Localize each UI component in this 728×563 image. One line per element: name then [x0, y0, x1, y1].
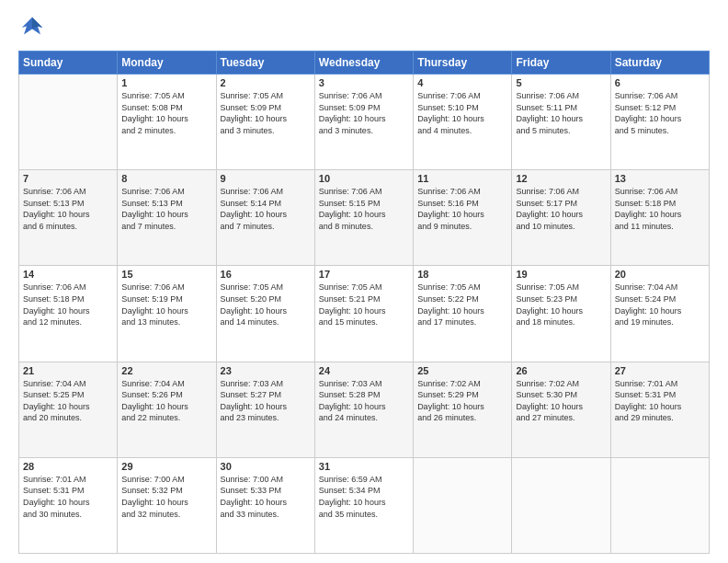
- calendar-cell: 4Sunrise: 7:06 AM Sunset: 5:10 PM Daylig…: [414, 75, 512, 170]
- day-header-sunday: Sunday: [19, 52, 118, 75]
- day-header-wednesday: Wednesday: [314, 52, 413, 75]
- calendar-cell: 5Sunrise: 7:06 AM Sunset: 5:11 PM Daylig…: [512, 75, 610, 170]
- calendar-cell: 2Sunrise: 7:05 AM Sunset: 5:09 PM Daylig…: [216, 75, 314, 170]
- day-number: 30: [221, 461, 311, 472]
- week-row-4: 21Sunrise: 7:04 AM Sunset: 5:25 PM Dayli…: [19, 362, 710, 457]
- day-number: 11: [417, 173, 507, 184]
- calendar-cell: 24Sunrise: 7:03 AM Sunset: 5:28 PM Dayli…: [314, 362, 413, 457]
- day-number: 4: [417, 77, 507, 88]
- day-number: 31: [319, 461, 409, 472]
- day-info: Sunrise: 7:06 AM Sunset: 5:18 PM Dayligh…: [23, 282, 113, 327]
- calendar-cell: 16Sunrise: 7:05 AM Sunset: 5:20 PM Dayli…: [216, 266, 314, 362]
- day-number: 29: [121, 461, 211, 472]
- calendar-cell: 9Sunrise: 7:06 AM Sunset: 5:14 PM Daylig…: [216, 170, 314, 266]
- calendar-cell: 8Sunrise: 7:06 AM Sunset: 5:13 PM Daylig…: [118, 170, 216, 266]
- day-info: Sunrise: 7:05 AM Sunset: 5:09 PM Dayligh…: [221, 90, 311, 136]
- day-info: Sunrise: 7:05 AM Sunset: 5:23 PM Dayligh…: [516, 282, 606, 327]
- day-info: Sunrise: 7:06 AM Sunset: 5:14 PM Dayligh…: [221, 186, 311, 232]
- week-row-5: 28Sunrise: 7:01 AM Sunset: 5:31 PM Dayli…: [19, 457, 710, 553]
- day-info: Sunrise: 7:00 AM Sunset: 5:33 PM Dayligh…: [221, 474, 311, 520]
- day-info: Sunrise: 6:59 AM Sunset: 5:34 PM Dayligh…: [319, 474, 409, 520]
- day-number: 28: [23, 461, 113, 472]
- day-number: 13: [615, 173, 705, 184]
- day-number: 23: [221, 365, 311, 376]
- day-header-monday: Monday: [118, 52, 216, 75]
- day-number: 7: [23, 173, 113, 184]
- day-info: Sunrise: 7:05 AM Sunset: 5:22 PM Dayligh…: [417, 282, 507, 327]
- day-info: Sunrise: 7:05 AM Sunset: 5:08 PM Dayligh…: [121, 90, 211, 136]
- calendar-cell: 13Sunrise: 7:06 AM Sunset: 5:18 PM Dayli…: [610, 170, 709, 266]
- day-info: Sunrise: 7:06 AM Sunset: 5:09 PM Dayligh…: [319, 90, 409, 136]
- day-number: 8: [121, 173, 211, 184]
- day-number: 3: [319, 77, 409, 88]
- day-number: 21: [23, 365, 113, 376]
- day-number: 18: [417, 269, 507, 280]
- day-info: Sunrise: 7:06 AM Sunset: 5:13 PM Dayligh…: [121, 186, 211, 232]
- logo: [18, 14, 51, 41]
- day-number: 16: [221, 269, 311, 280]
- day-info: Sunrise: 7:03 AM Sunset: 5:27 PM Dayligh…: [221, 378, 311, 424]
- calendar-cell: [512, 457, 610, 553]
- calendar-cell: [610, 457, 709, 553]
- calendar-cell: 28Sunrise: 7:01 AM Sunset: 5:31 PM Dayli…: [19, 457, 118, 553]
- day-header-saturday: Saturday: [610, 52, 709, 75]
- calendar-cell: 25Sunrise: 7:02 AM Sunset: 5:29 PM Dayli…: [414, 362, 512, 457]
- day-number: 17: [319, 269, 409, 280]
- day-number: 27: [615, 365, 705, 376]
- day-info: Sunrise: 7:04 AM Sunset: 5:25 PM Dayligh…: [23, 378, 113, 424]
- calendar-cell: 15Sunrise: 7:06 AM Sunset: 5:19 PM Dayli…: [118, 266, 216, 362]
- day-info: Sunrise: 7:06 AM Sunset: 5:17 PM Dayligh…: [516, 186, 606, 232]
- calendar-cell: 12Sunrise: 7:06 AM Sunset: 5:17 PM Dayli…: [512, 170, 610, 266]
- day-number: 26: [516, 365, 606, 376]
- day-info: Sunrise: 7:01 AM Sunset: 5:31 PM Dayligh…: [23, 474, 113, 520]
- calendar-cell: 20Sunrise: 7:04 AM Sunset: 5:24 PM Dayli…: [610, 266, 709, 362]
- day-number: 6: [615, 77, 705, 88]
- day-number: 1: [121, 77, 211, 88]
- header-row: SundayMondayTuesdayWednesdayThursdayFrid…: [19, 52, 710, 75]
- day-info: Sunrise: 7:06 AM Sunset: 5:11 PM Dayligh…: [516, 90, 606, 136]
- day-number: 25: [417, 365, 507, 376]
- calendar-table: SundayMondayTuesdayWednesdayThursdayFrid…: [18, 51, 710, 554]
- day-info: Sunrise: 7:04 AM Sunset: 5:24 PM Dayligh…: [615, 282, 705, 327]
- day-number: 15: [121, 269, 211, 280]
- calendar-cell: 26Sunrise: 7:02 AM Sunset: 5:30 PM Dayli…: [512, 362, 610, 457]
- calendar-cell: 14Sunrise: 7:06 AM Sunset: 5:18 PM Dayli…: [19, 266, 118, 362]
- calendar-cell: 23Sunrise: 7:03 AM Sunset: 5:27 PM Dayli…: [216, 362, 314, 457]
- calendar-cell: 17Sunrise: 7:05 AM Sunset: 5:21 PM Dayli…: [314, 266, 413, 362]
- calendar-cell: 27Sunrise: 7:01 AM Sunset: 5:31 PM Dayli…: [610, 362, 709, 457]
- day-number: 19: [516, 269, 606, 280]
- day-header-thursday: Thursday: [414, 52, 512, 75]
- day-info: Sunrise: 7:06 AM Sunset: 5:16 PM Dayligh…: [417, 186, 507, 232]
- header: [18, 14, 710, 41]
- calendar-cell: [414, 457, 512, 553]
- day-number: 20: [615, 269, 705, 280]
- day-info: Sunrise: 7:04 AM Sunset: 5:26 PM Dayligh…: [121, 378, 211, 424]
- calendar-cell: 29Sunrise: 7:00 AM Sunset: 5:32 PM Dayli…: [118, 457, 216, 553]
- day-info: Sunrise: 7:05 AM Sunset: 5:20 PM Dayligh…: [221, 282, 311, 327]
- day-info: Sunrise: 7:06 AM Sunset: 5:13 PM Dayligh…: [23, 186, 113, 232]
- calendar-cell: 21Sunrise: 7:04 AM Sunset: 5:25 PM Dayli…: [19, 362, 118, 457]
- day-header-friday: Friday: [512, 52, 610, 75]
- calendar-cell: 18Sunrise: 7:05 AM Sunset: 5:22 PM Dayli…: [414, 266, 512, 362]
- calendar-cell: 7Sunrise: 7:06 AM Sunset: 5:13 PM Daylig…: [19, 170, 118, 266]
- day-info: Sunrise: 7:02 AM Sunset: 5:29 PM Dayligh…: [417, 378, 507, 424]
- calendar-cell: 10Sunrise: 7:06 AM Sunset: 5:15 PM Dayli…: [314, 170, 413, 266]
- calendar-cell: 22Sunrise: 7:04 AM Sunset: 5:26 PM Dayli…: [118, 362, 216, 457]
- week-row-2: 7Sunrise: 7:06 AM Sunset: 5:13 PM Daylig…: [19, 170, 710, 266]
- day-number: 2: [221, 77, 311, 88]
- day-header-tuesday: Tuesday: [216, 52, 314, 75]
- day-info: Sunrise: 7:05 AM Sunset: 5:21 PM Dayligh…: [319, 282, 409, 327]
- calendar-cell: 11Sunrise: 7:06 AM Sunset: 5:16 PM Dayli…: [414, 170, 512, 266]
- day-info: Sunrise: 7:03 AM Sunset: 5:28 PM Dayligh…: [319, 378, 409, 424]
- day-number: 12: [516, 173, 606, 184]
- day-number: 14: [23, 269, 113, 280]
- page: SundayMondayTuesdayWednesdayThursdayFrid…: [0, 0, 728, 563]
- calendar-cell: 30Sunrise: 7:00 AM Sunset: 5:33 PM Dayli…: [216, 457, 314, 553]
- day-number: 22: [121, 365, 211, 376]
- day-number: 24: [319, 365, 409, 376]
- day-number: 9: [221, 173, 311, 184]
- day-info: Sunrise: 7:06 AM Sunset: 5:12 PM Dayligh…: [615, 90, 705, 136]
- day-number: 10: [319, 173, 409, 184]
- day-number: 5: [516, 77, 606, 88]
- calendar-cell: 6Sunrise: 7:06 AM Sunset: 5:12 PM Daylig…: [610, 75, 709, 170]
